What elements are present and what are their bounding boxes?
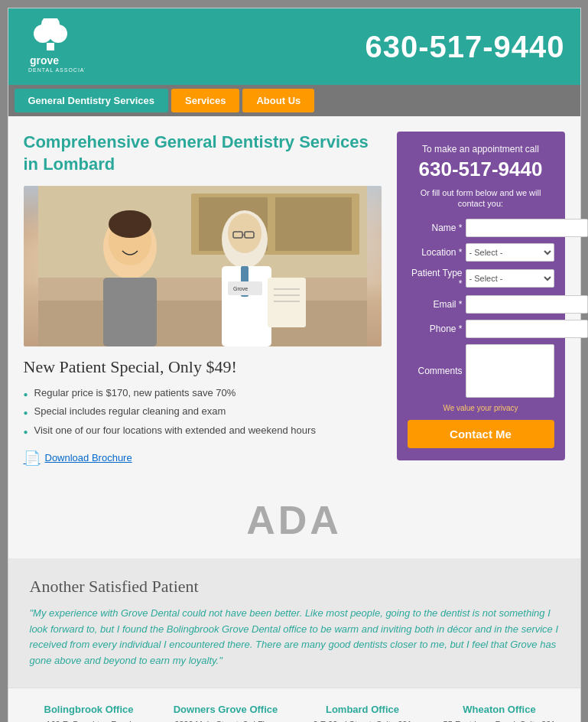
svg-rect-11	[38, 301, 367, 346]
office-bolingbrook-name: Bolingbrook Office	[21, 704, 158, 715]
contact-form-column: To make an appointment call 630-517-9440…	[397, 132, 565, 467]
special-heading: New Patient Special, Only $49!	[24, 357, 382, 377]
patient-type-row: Patient Type * - Select -	[408, 268, 554, 289]
svg-text:Grove: Grove	[233, 286, 248, 291]
grove-logo: grove DENTAL ASSOCIATES	[24, 18, 85, 76]
office-wheaton-addr1: 55 East Loop Road, Suite 201	[431, 718, 568, 722]
svg-point-15	[109, 210, 151, 238]
office-bolingbrook: Bolingbrook Office 160 E. Boughton Road …	[21, 704, 158, 722]
location-label: Location *	[408, 247, 463, 258]
logo-area: grove DENTAL ASSOCIATES	[24, 18, 85, 76]
testimonial-heading: Another Satisfied Patient	[30, 577, 559, 597]
email-input[interactable]	[466, 295, 588, 314]
phone-label: Phone *	[408, 324, 463, 334]
or-text: Or fill out form below and we will conta…	[408, 187, 554, 210]
form-phone: 630-517-9440	[408, 158, 554, 181]
left-column: Comprehensive General Dentistry Services…	[24, 132, 382, 467]
location-select[interactable]: - Select -	[466, 243, 554, 262]
office-downers-grove: Downers Grove Office 6800 Main Street, 3…	[158, 704, 294, 722]
call-text: To make an appointment call	[408, 144, 554, 154]
testimonial-quote: "My experience with Grove Dental could n…	[30, 606, 559, 669]
bullet-item-1: ● Regular price is $170, new patients sa…	[24, 386, 382, 400]
bullet-item-2: ● Special includes regular cleaning and …	[24, 405, 382, 418]
bullet-list: ● Regular price is $170, new patients sa…	[24, 386, 382, 437]
comments-row: Comments	[408, 344, 554, 398]
contact-box: To make an appointment call 630-517-9440…	[397, 132, 565, 460]
patient-type-select[interactable]: - Select -	[466, 269, 554, 288]
office-lombard-name: Lombard Office	[294, 704, 431, 715]
svg-rect-13	[103, 278, 157, 346]
bullet-dot-3: ●	[24, 427, 28, 437]
email-row: Email *	[408, 295, 554, 314]
page-title: Comprehensive General Dentistry Services…	[24, 132, 382, 175]
dentist-photo-svg: Grove	[24, 186, 382, 346]
svg-rect-23	[268, 278, 306, 327]
patient-type-label: Patient Type *	[408, 268, 463, 289]
privacy-text: We value your privacy	[408, 404, 554, 412]
office-wheaton: Wheaton Office 55 East Loop Road, Suite …	[431, 704, 568, 722]
page-header: grove DENTAL ASSOCIATES 630-517-9440	[8, 8, 580, 85]
svg-rect-10	[275, 197, 352, 251]
contact-me-button[interactable]: Contact Me	[408, 420, 554, 448]
bullet-text-1: Regular price is $170, new patients save…	[34, 386, 236, 400]
location-row: Location * - Select -	[408, 243, 554, 262]
pdf-icon: 📄	[24, 450, 41, 467]
svg-rect-3	[47, 43, 54, 50]
main-content: Comprehensive General Dentistry Services…	[8, 116, 580, 482]
download-label: Download Brochure	[45, 452, 132, 463]
svg-text:grove: grove	[30, 54, 59, 67]
name-label: Name *	[408, 223, 463, 233]
bullet-text-3: Visit one of our four locations with ext…	[34, 424, 316, 437]
bullet-text-2: Special includes regular cleaning and ex…	[34, 405, 226, 418]
bullet-item-3: ● Visit one of our four locations with e…	[24, 424, 382, 437]
nav-bar: General Dentistry Services Services Abou…	[8, 85, 580, 116]
dentist-image-inner: Grove	[24, 186, 382, 346]
office-bolingbrook-addr1: 160 E. Boughton Road	[21, 718, 158, 722]
bullet-dot-2: ●	[24, 408, 28, 418]
ada-section: ADA	[8, 482, 580, 558]
phone-row: Phone *	[408, 320, 554, 338]
comments-label: Comments	[408, 366, 463, 376]
svg-text:DENTAL ASSOCIATES: DENTAL ASSOCIATES	[28, 67, 85, 73]
name-row: Name *	[408, 219, 554, 237]
ada-logo: ADA	[24, 497, 565, 543]
nav-services[interactable]: Services	[171, 89, 240, 112]
office-lombard-addr1: 2 E 22nd Street, Suite 201	[294, 718, 431, 722]
nav-about[interactable]: About Us	[242, 89, 314, 112]
offices-section: Bolingbrook Office 160 E. Boughton Road …	[8, 688, 580, 722]
download-brochure-link[interactable]: 📄 Download Brochure	[24, 450, 382, 467]
office-downers-grove-name: Downers Grove Office	[158, 704, 294, 715]
header-phone: 630-517-9440	[365, 30, 564, 64]
office-lombard: Lombard Office 2 E 22nd Street, Suite 20…	[294, 704, 431, 722]
phone-input[interactable]	[466, 320, 588, 338]
comments-textarea[interactable]	[466, 344, 554, 398]
name-input[interactable]	[466, 219, 588, 237]
email-label: Email *	[408, 299, 463, 310]
office-downers-grove-addr1: 6800 Main Street, 3rd Floor	[158, 718, 294, 722]
office-wheaton-name: Wheaton Office	[431, 704, 568, 715]
bullet-dot-1: ●	[24, 389, 28, 400]
testimonial-section: Another Satisfied Patient "My experience…	[8, 558, 580, 688]
nav-general-dentistry[interactable]: General Dentistry Services	[15, 89, 168, 112]
dentist-image: Grove	[24, 186, 382, 346]
